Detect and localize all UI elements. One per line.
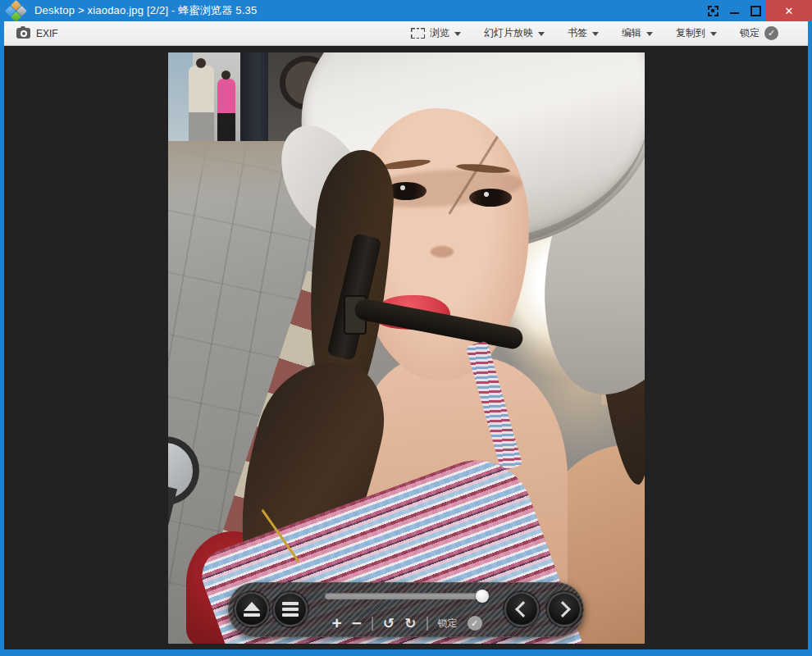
rotate-right-button[interactable]: ↻ <box>404 615 416 632</box>
menu-button[interactable] <box>273 592 308 626</box>
menu-edit-label: 编辑 <box>622 26 641 40</box>
chevron-left-icon <box>515 601 531 617</box>
menu-browse-label: 浏览 <box>430 26 449 40</box>
next-image-button[interactable] <box>547 592 582 626</box>
viewer-canvas: + − ↺ ↻ 锁定 ✓ <box>4 46 808 649</box>
menu-bookmark-label: 书签 <box>568 26 587 40</box>
slider-thumb[interactable] <box>476 590 489 603</box>
window-title: Desktop > xiaodao.jpg [2/2] - 蜂蜜浏览器 5.35 <box>34 3 257 18</box>
photo-image[interactable] <box>168 52 645 644</box>
toolbar: EXIF 浏览 幻灯片放映 书签 编辑 复制到 锁定 ✓ <box>4 21 808 46</box>
close-icon: ✕ <box>785 5 794 17</box>
menu-browse[interactable]: 浏览 <box>409 24 463 43</box>
menu-slideshow-label: 幻灯片放映 <box>484 26 533 40</box>
chevron-right-icon <box>554 601 571 617</box>
fullscreen-icon <box>708 6 718 16</box>
lock-toggle[interactable]: 锁定 ✓ <box>738 24 780 43</box>
maximize-button[interactable] <box>745 0 766 21</box>
chevron-down-icon <box>592 32 599 36</box>
photo-eye <box>469 189 512 207</box>
lock-label: 锁定 <box>740 26 760 40</box>
controlbar-tools: + − ↺ ↻ 锁定 ✓ <box>321 613 493 634</box>
browse-icon <box>411 28 425 39</box>
eject-button[interactable] <box>235 592 269 626</box>
app-logo-icon <box>7 1 26 20</box>
chevron-down-icon <box>454 32 461 36</box>
position-slider[interactable] <box>325 593 487 599</box>
zoom-in-button[interactable]: + <box>331 615 341 631</box>
chevron-down-icon <box>646 32 653 36</box>
minimize-icon <box>730 12 739 14</box>
minimize-button[interactable] <box>723 0 745 21</box>
chevron-down-icon <box>538 32 545 36</box>
fullscreen-button[interactable] <box>702 0 723 21</box>
chevron-down-icon <box>710 32 717 36</box>
viewer-controlbar: + − ↺ ↻ 锁定 ✓ <box>228 582 584 637</box>
photo-pedestrian <box>189 66 214 146</box>
close-button[interactable]: ✕ <box>766 0 812 21</box>
divider <box>372 617 373 631</box>
menu-copy-to[interactable]: 复制到 <box>674 24 718 43</box>
hamburger-icon <box>282 602 299 605</box>
menu-slideshow[interactable]: 幻灯片放映 <box>482 24 546 43</box>
window-controls: ✕ <box>702 0 812 21</box>
titlebar: Desktop > xiaodao.jpg [2/2] - 蜂蜜浏览器 5.35… <box>0 0 812 21</box>
menu-copy-to-label: 复制到 <box>676 26 705 40</box>
check-icon: ✓ <box>764 26 778 40</box>
rotate-left-button[interactable]: ↺ <box>383 615 395 632</box>
eject-icon <box>244 602 260 611</box>
controlbar-lock-label[interactable]: 锁定 <box>438 617 458 631</box>
menu-bookmark[interactable]: 书签 <box>566 24 600 43</box>
exif-button[interactable]: EXIF <box>12 25 62 42</box>
camera-icon <box>16 28 30 39</box>
previous-image-button[interactable] <box>504 592 539 626</box>
photo-pedestrian <box>217 79 235 144</box>
photo-nose <box>431 246 454 257</box>
menu-edit[interactable]: 编辑 <box>620 24 655 43</box>
divider <box>427 617 428 631</box>
toolbar-menus: 浏览 幻灯片放映 书签 编辑 复制到 锁定 ✓ <box>409 21 808 45</box>
maximize-icon <box>750 6 761 16</box>
check-icon[interactable]: ✓ <box>468 616 482 631</box>
exif-label: EXIF <box>36 28 58 39</box>
zoom-out-button[interactable]: − <box>352 615 362 631</box>
